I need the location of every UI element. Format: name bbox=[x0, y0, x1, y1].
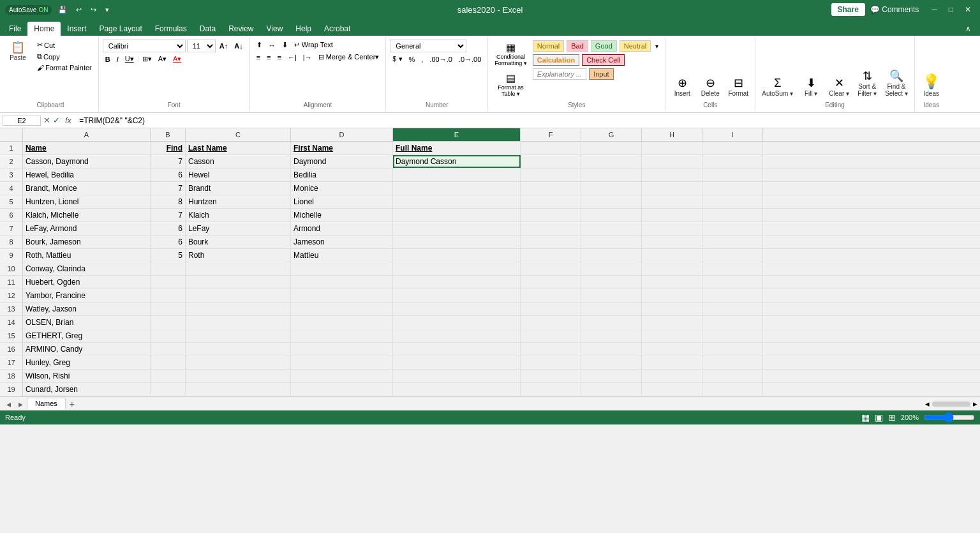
cell-c14[interactable] bbox=[186, 316, 291, 329]
row-number[interactable]: 16 bbox=[0, 343, 23, 356]
cell-a7[interactable]: LeFay, Armond bbox=[23, 222, 151, 235]
cell-i18[interactable] bbox=[702, 370, 763, 382]
undo-button[interactable]: ↩ bbox=[73, 4, 84, 15]
col-header-d[interactable]: D bbox=[291, 128, 393, 141]
align-top-button[interactable]: ⬆ bbox=[254, 40, 265, 50]
cell-d10[interactable] bbox=[291, 262, 393, 275]
clear-button[interactable]: ✕ Clear ▾ bbox=[826, 75, 852, 99]
row-number[interactable]: 9 bbox=[0, 249, 23, 262]
cell-g17[interactable] bbox=[581, 356, 642, 369]
save-button[interactable]: 💾 bbox=[56, 4, 70, 15]
tab-page-layout[interactable]: Page Layout bbox=[93, 22, 148, 36]
tab-review[interactable]: Review bbox=[222, 22, 260, 36]
zoom-slider[interactable] bbox=[924, 412, 975, 423]
align-middle-button[interactable]: ↔ bbox=[266, 40, 278, 50]
cell-g1[interactable] bbox=[581, 142, 642, 154]
font-color-button[interactable]: A▾ bbox=[170, 54, 184, 64]
cell-h3[interactable] bbox=[642, 169, 702, 181]
cell-reference-box[interactable] bbox=[3, 116, 41, 126]
cell-g9[interactable] bbox=[581, 249, 642, 262]
cell-a19[interactable]: Cunard, Jorsen bbox=[23, 383, 151, 396]
cell-a12[interactable]: Yambor, Francine bbox=[23, 289, 151, 302]
cell-h19[interactable] bbox=[642, 383, 702, 396]
cell-b14[interactable] bbox=[151, 316, 186, 329]
cell-c18[interactable] bbox=[186, 370, 291, 382]
cell-b3[interactable]: 6 bbox=[151, 169, 186, 181]
cell-f7[interactable] bbox=[521, 222, 581, 235]
cell-i3[interactable] bbox=[702, 169, 763, 181]
cell-c7[interactable]: LeFay bbox=[186, 222, 291, 235]
cell-a8[interactable]: Bourk, Jameson bbox=[23, 236, 151, 248]
row-number[interactable]: 10 bbox=[0, 262, 23, 275]
cell-i11[interactable] bbox=[702, 276, 763, 289]
cell-a1[interactable]: Name bbox=[23, 142, 151, 154]
cell-b5[interactable]: 8 bbox=[151, 195, 186, 208]
font-size-select[interactable]: 11 bbox=[187, 40, 216, 52]
cell-f16[interactable] bbox=[521, 343, 581, 356]
cell-d18[interactable] bbox=[291, 370, 393, 382]
decrease-decimal-button[interactable]: .00→.0 bbox=[427, 54, 454, 64]
cell-e4[interactable] bbox=[393, 182, 521, 195]
style-calculation[interactable]: Calculation bbox=[533, 54, 579, 66]
cell-h16[interactable] bbox=[642, 343, 702, 356]
cell-i15[interactable] bbox=[702, 329, 763, 342]
style-bad[interactable]: Bad bbox=[567, 40, 588, 52]
cell-b1[interactable]: Find bbox=[151, 142, 186, 154]
cell-g6[interactable] bbox=[581, 209, 642, 221]
cell-g13[interactable] bbox=[581, 303, 642, 315]
wrap-text-button[interactable]: ↵ Wrap Text bbox=[292, 40, 336, 50]
bold-button[interactable]: B bbox=[103, 54, 113, 64]
percent-button[interactable]: % bbox=[406, 54, 418, 64]
col-header-h[interactable]: H bbox=[642, 128, 702, 141]
delete-button[interactable]: ⊖ Delete bbox=[697, 75, 723, 99]
redo-button[interactable]: ↪ bbox=[88, 4, 99, 15]
autosave-toggle[interactable]: AutoSave ON bbox=[5, 5, 52, 15]
row-number[interactable]: 5 bbox=[0, 195, 23, 208]
cell-f2[interactable] bbox=[521, 155, 581, 168]
row-number[interactable]: 1 bbox=[0, 142, 23, 154]
cut-button[interactable]: ✂ Cut bbox=[34, 40, 94, 50]
cell-g12[interactable] bbox=[581, 289, 642, 302]
style-check-cell[interactable]: Check Cell bbox=[582, 54, 625, 66]
share-button[interactable]: Share bbox=[831, 3, 865, 16]
cell-a11[interactable]: Huebert, Ogden bbox=[23, 276, 151, 289]
confirm-formula-button[interactable]: ✓ bbox=[53, 116, 60, 125]
cell-d17[interactable] bbox=[291, 356, 393, 369]
cell-a18[interactable]: Wilson, Rishi bbox=[23, 370, 151, 382]
col-header-f[interactable]: F bbox=[521, 128, 581, 141]
fill-color-button[interactable]: A▾ bbox=[156, 54, 169, 64]
cell-f17[interactable] bbox=[521, 356, 581, 369]
row-number[interactable]: 14 bbox=[0, 316, 23, 329]
tab-home[interactable]: Home bbox=[27, 22, 61, 36]
cell-c4[interactable]: Brandt bbox=[186, 182, 291, 195]
number-format-select[interactable]: General bbox=[390, 40, 466, 52]
cell-d14[interactable] bbox=[291, 316, 393, 329]
cell-d12[interactable] bbox=[291, 289, 393, 302]
cell-e12[interactable] bbox=[393, 289, 521, 302]
cell-h17[interactable] bbox=[642, 356, 702, 369]
close-button[interactable]: ✕ bbox=[961, 4, 975, 15]
cell-f14[interactable] bbox=[521, 316, 581, 329]
row-number[interactable]: 8 bbox=[0, 236, 23, 248]
cell-c16[interactable] bbox=[186, 343, 291, 356]
sort-filter-button[interactable]: ⇅ Sort &Filter ▾ bbox=[854, 68, 880, 99]
cell-b2[interactable]: 7 bbox=[151, 155, 186, 168]
cell-d3[interactable]: Bedilia bbox=[291, 169, 393, 181]
formula-input[interactable] bbox=[77, 116, 977, 126]
customize-qat-button[interactable]: ▾ bbox=[103, 4, 112, 15]
cell-h8[interactable] bbox=[642, 236, 702, 248]
increase-indent-button[interactable]: |→ bbox=[301, 52, 315, 63]
cell-a13[interactable]: Watley, Jaxson bbox=[23, 303, 151, 315]
cell-a4[interactable]: Brandt, Monice bbox=[23, 182, 151, 195]
cell-d1[interactable]: First Name bbox=[291, 142, 393, 154]
cell-e7[interactable] bbox=[393, 222, 521, 235]
row-number[interactable]: 11 bbox=[0, 276, 23, 289]
cell-c11[interactable] bbox=[186, 276, 291, 289]
sheet-tab-names[interactable]: Names bbox=[27, 398, 66, 410]
cell-b10[interactable] bbox=[151, 262, 186, 275]
sheet-navigate-left[interactable]: ◂ bbox=[3, 399, 15, 409]
cell-b11[interactable] bbox=[151, 276, 186, 289]
tab-insert[interactable]: Insert bbox=[61, 22, 93, 36]
cell-c2[interactable]: Casson bbox=[186, 155, 291, 168]
cell-h10[interactable] bbox=[642, 262, 702, 275]
